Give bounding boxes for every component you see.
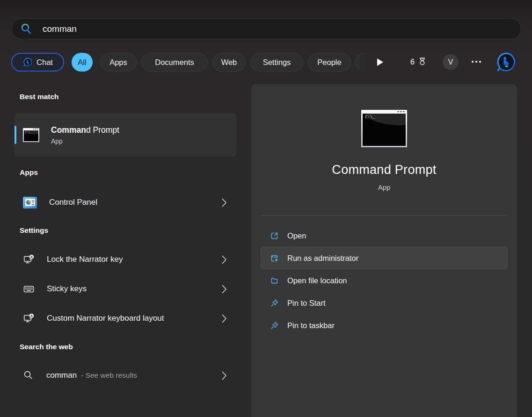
avatar-initial: V xyxy=(448,58,453,66)
narrator-icon xyxy=(23,313,35,324)
best-match-heading: Best match xyxy=(20,93,59,101)
search-input[interactable] xyxy=(43,24,512,34)
chevron-right-icon xyxy=(222,255,227,264)
settings-heading: Settings xyxy=(20,226,48,235)
web-query: comman- See web results xyxy=(46,371,137,380)
narrator-icon xyxy=(23,254,35,266)
chevron-right-icon xyxy=(222,371,227,380)
preview-panel: C:\_ Command Prompt App Open xyxy=(251,84,517,417)
control-panel-icon xyxy=(23,197,37,208)
best-match-title: Command Prompt xyxy=(51,125,119,135)
action-label: Open file location xyxy=(287,276,347,285)
action-label: Run as administrator xyxy=(287,254,358,263)
action-label: Open xyxy=(287,231,306,240)
bing-chat-icon xyxy=(22,57,33,67)
action-run-as-administrator[interactable]: Run as administrator xyxy=(261,247,508,269)
result-control-panel[interactable]: Control Panel xyxy=(15,191,236,214)
action-open[interactable]: Open xyxy=(261,224,508,247)
action-label: Pin to taskbar xyxy=(287,321,335,330)
rewards-medal-icon xyxy=(417,57,428,68)
pin-icon xyxy=(270,298,279,308)
tab-people[interactable]: People xyxy=(308,53,351,72)
action-label: Pin to Start xyxy=(287,299,326,308)
tab-chat-label: Chat xyxy=(36,58,53,67)
search-web-heading: Search the web xyxy=(20,343,73,351)
action-open-file-location[interactable]: Open file location xyxy=(261,269,508,292)
command-prompt-icon-large: C:\_ xyxy=(361,110,407,147)
result-custom-narrator-layout[interactable]: Custom Narrator keyboard layout xyxy=(15,307,236,330)
pin-icon xyxy=(270,321,279,331)
keyboard-icon xyxy=(23,283,35,295)
windows-search-flyout: Chat All Apps Documents Web Settings Peo… xyxy=(0,0,532,417)
folder-icon xyxy=(270,276,279,286)
divider xyxy=(261,215,508,216)
chevron-right-icon xyxy=(222,198,227,207)
web-suffix: - See web results xyxy=(81,371,137,379)
bing-chat-button[interactable] xyxy=(495,51,517,73)
tab-apps[interactable]: Apps xyxy=(100,53,137,72)
tab-all[interactable]: All xyxy=(72,53,93,72)
result-sticky-keys[interactable]: Sticky keys xyxy=(15,278,236,300)
search-icon xyxy=(20,22,32,35)
apps-heading: Apps xyxy=(20,168,38,177)
tab-web[interactable]: Web xyxy=(212,53,246,72)
result-label: Custom Narrator keyboard layout xyxy=(47,314,164,323)
open-icon xyxy=(270,231,279,241)
scroll-tabs-right-icon[interactable] xyxy=(377,58,383,66)
action-pin-to-taskbar[interactable]: Pin to taskbar xyxy=(261,314,508,337)
result-label: Control Panel xyxy=(49,198,97,207)
tab-clipped[interactable] xyxy=(355,53,369,71)
action-list: Open Run as administrator Open file loca… xyxy=(261,224,508,337)
preview-app-name: Command Prompt xyxy=(251,163,517,177)
result-web-search[interactable]: comman- See web results xyxy=(15,364,236,387)
tab-chat[interactable]: Chat xyxy=(11,53,64,72)
run-as-admin-icon xyxy=(270,253,279,263)
action-pin-to-start[interactable]: Pin to Start xyxy=(261,292,508,314)
best-match-type: App xyxy=(51,137,119,145)
best-match-item[interactable]: C:\_ Command Prompt App xyxy=(15,113,236,157)
search-bar[interactable] xyxy=(11,18,521,39)
chevron-right-icon xyxy=(222,314,227,323)
web-search-icon xyxy=(23,370,34,381)
result-lock-narrator-key[interactable]: Lock the Narrator key xyxy=(15,248,236,271)
tab-settings[interactable]: Settings xyxy=(250,53,303,72)
filter-bar: Chat All Apps Documents Web Settings Peo… xyxy=(0,53,532,72)
user-avatar[interactable]: V xyxy=(443,54,459,70)
result-label: Lock the Narrator key xyxy=(47,255,123,264)
preview-app-type: App xyxy=(251,183,517,191)
chevron-right-icon xyxy=(222,285,227,294)
selection-accent-bar xyxy=(15,126,16,144)
tab-documents[interactable]: Documents xyxy=(141,53,208,72)
more-options-icon[interactable] xyxy=(472,61,481,63)
command-prompt-icon: C:\_ xyxy=(23,128,39,142)
result-label: Sticky keys xyxy=(47,284,87,294)
rewards-button[interactable]: 6 xyxy=(410,57,428,68)
rewards-count: 6 xyxy=(410,58,415,66)
